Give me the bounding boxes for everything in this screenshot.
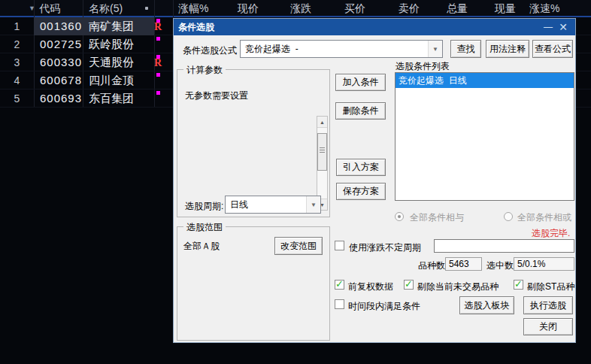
save-plan-button[interactable]: 保存方案 bbox=[336, 183, 386, 200]
dialog-title: 条件选股 bbox=[178, 21, 214, 34]
row-number: 5 bbox=[0, 93, 34, 105]
params-group-label: 计算参数 bbox=[183, 64, 226, 77]
sort-dot-icon bbox=[145, 7, 148, 10]
condition-list-label: 选股条件列表 bbox=[396, 60, 450, 73]
header-pct[interactable]: 涨幅% bbox=[178, 2, 208, 16]
stock-name: 东百集团 bbox=[89, 92, 134, 106]
find-button[interactable]: 查找 bbox=[450, 40, 481, 58]
delete-condition-button[interactable]: 删除条件 bbox=[335, 102, 386, 120]
range-group: 选股范围 全部Ａ股 改变范围 bbox=[177, 226, 330, 341]
checkbox-time-range-label: 时间段内满足条件 bbox=[348, 300, 420, 313]
signal-dot-icon bbox=[156, 73, 160, 77]
import-plan-button[interactable]: 引入方案 bbox=[336, 159, 386, 176]
stock-name: 跃岭股份 bbox=[89, 38, 134, 52]
signal-dot-icon bbox=[156, 91, 160, 95]
add-condition-button[interactable]: 加入条件 bbox=[335, 74, 386, 91]
close-button[interactable]: 关闭 bbox=[523, 318, 573, 335]
chevron-down-icon[interactable]: ▼ bbox=[306, 196, 320, 213]
period-combobox[interactable]: 日线 ▼ bbox=[225, 196, 321, 214]
close-icon[interactable]: ✕ bbox=[556, 20, 571, 34]
condition-stock-picker-dialog: 条件选股 — ✕ 条件选股公式 竞价起爆选 - ▼ 查找 用法注释 查看公式 计… bbox=[173, 18, 576, 343]
minimize-icon[interactable]: — bbox=[541, 20, 556, 34]
range-value: 全部Ａ股 bbox=[183, 240, 220, 253]
params-empty-text: 无参数需要设置 bbox=[185, 89, 248, 102]
selected-label: 选中数 bbox=[486, 259, 514, 272]
checkbox-time-range[interactable] bbox=[335, 299, 344, 309]
margin-r-badge: R bbox=[154, 21, 162, 33]
header-change[interactable]: 涨跌 bbox=[290, 2, 311, 16]
checkbox-variable-period[interactable] bbox=[335, 241, 344, 250]
formula-combobox-value: 竞价起爆选 - bbox=[241, 41, 428, 57]
formula-combobox[interactable]: 竞价起爆选 - ▼ bbox=[240, 40, 443, 58]
radio-and-icon bbox=[395, 212, 404, 221]
condition-listbox[interactable]: 竞价起爆选 日线 bbox=[395, 72, 574, 201]
execute-button[interactable]: 执行选股 bbox=[523, 296, 573, 314]
header-code[interactable]: 代码 bbox=[39, 2, 60, 16]
stock-code: 600678 bbox=[40, 74, 82, 86]
header-name[interactable]: 名称(5) bbox=[89, 2, 123, 16]
header-volume[interactable]: 总量 bbox=[447, 2, 468, 16]
stock-code: 001360 bbox=[40, 20, 82, 32]
variable-period-input[interactable] bbox=[434, 239, 574, 253]
radio-and-label: 全部条件相与 bbox=[410, 211, 464, 224]
stock-name: 南矿集团 bbox=[89, 20, 134, 34]
formula-label: 条件选股公式 bbox=[183, 44, 237, 57]
dialog-titlebar: 条件选股 — ✕ bbox=[174, 19, 575, 35]
view-formula-button[interactable]: 查看公式 bbox=[532, 40, 573, 58]
row-number: 2 bbox=[0, 38, 34, 50]
radio-or-icon bbox=[504, 212, 513, 221]
checkbox-exclude-untraded[interactable] bbox=[404, 280, 414, 290]
row-number: 4 bbox=[0, 74, 34, 86]
header-price[interactable]: 现价 bbox=[238, 2, 259, 16]
scroll-up-icon[interactable]: ▲ bbox=[317, 117, 327, 128]
period-label: 选股周期: bbox=[185, 200, 223, 213]
to-block-button[interactable]: 选股入板块 bbox=[459, 296, 514, 314]
header-buy[interactable]: 买价 bbox=[344, 2, 365, 16]
checkbox-exclude-st[interactable] bbox=[514, 280, 523, 290]
row-number: 3 bbox=[0, 56, 34, 68]
selected-value: 5/0.1% bbox=[514, 257, 574, 271]
tdx-stock-screen: ▼ 代码 名称(5) 涨幅% 现价 涨跌 买价 卖价 总量 现量 涨速% 1 0… bbox=[0, 0, 591, 364]
status-text: 选股完毕. bbox=[532, 227, 570, 240]
range-group-label: 选股范围 bbox=[183, 221, 226, 234]
row-number: 1 bbox=[0, 20, 34, 32]
signal-dot-icon bbox=[156, 37, 160, 41]
stock-name: 天通股份 bbox=[89, 56, 134, 70]
checkbox-exclude-untraded-label: 剔除当前未交易品种 bbox=[417, 281, 499, 293]
dialog-body: 条件选股公式 竞价起爆选 - ▼ 查找 用法注释 查看公式 计算参数 无参数需要… bbox=[174, 35, 575, 342]
condition-list-item[interactable]: 竞价起爆选 日线 bbox=[396, 73, 574, 88]
header-sell[interactable]: 卖价 bbox=[399, 2, 420, 16]
count-label: 品种数 bbox=[418, 259, 445, 272]
params-group: 计算参数 无参数需要设置 ▲ ▼ 选股周期: 日线 ▼ bbox=[177, 69, 330, 217]
radio-or-label: 全部条件相或 bbox=[517, 211, 571, 224]
stock-code: 600693 bbox=[40, 92, 82, 105]
count-value: 5463 bbox=[445, 257, 482, 271]
margin-r-badge: R bbox=[154, 57, 162, 69]
stock-name: 四川金顶 bbox=[89, 74, 134, 88]
header-speed[interactable]: 涨速% bbox=[529, 2, 559, 16]
change-range-button[interactable]: 改变范围 bbox=[274, 237, 323, 255]
table-header: ▼ 代码 名称(5) 涨幅% 现价 涨跌 买价 卖价 总量 现量 涨速% bbox=[0, 0, 591, 16]
scrollbar-thumb[interactable] bbox=[317, 133, 327, 171]
checkbox-exclude-st-label: 剔除ST品种 bbox=[527, 281, 574, 293]
checkbox-forward-adjust[interactable] bbox=[335, 280, 344, 290]
chevron-down-icon[interactable]: ▼ bbox=[428, 41, 442, 57]
checkbox-variable-period-label: 使用涨跌不定周期 bbox=[349, 241, 421, 254]
stock-code: 600330 bbox=[40, 56, 82, 68]
usage-notes-button[interactable]: 用法注释 bbox=[486, 40, 529, 58]
header-cur-volume[interactable]: 现量 bbox=[495, 2, 516, 16]
stock-code: 002725 bbox=[40, 38, 82, 50]
checkbox-forward-adjust-label: 前复权数据 bbox=[348, 281, 393, 293]
period-combobox-value: 日线 bbox=[226, 196, 306, 213]
